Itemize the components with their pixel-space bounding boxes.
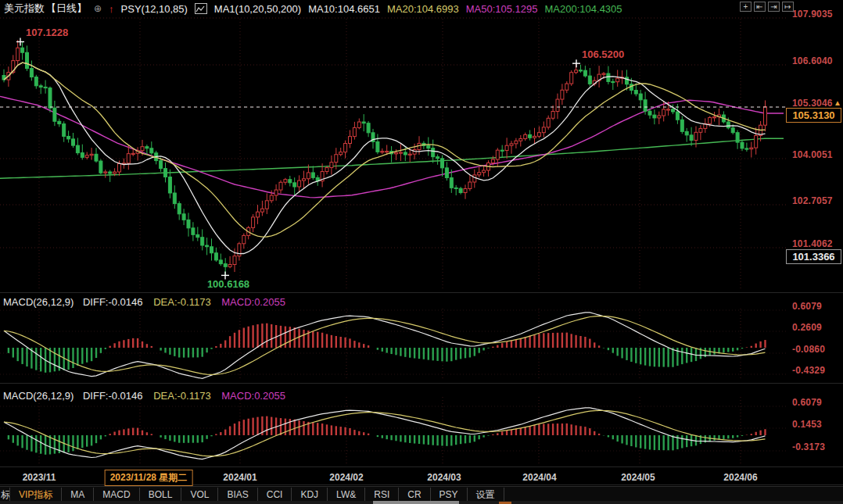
toolbar-item-LW&[interactable]: LW& <box>328 488 365 502</box>
price-axis-label: 105.3046 <box>792 98 833 109</box>
up-trend-arrow-icon: ↑ <box>109 3 114 15</box>
price-axis-label: 106.6040 <box>792 55 833 66</box>
ma50-value: MA50:105.1295 <box>466 3 538 15</box>
toolbar-item-BOLL[interactable]: BOLL <box>140 488 182 502</box>
toolbar-item-VIP指标[interactable]: VIP指标 <box>10 488 62 502</box>
macd-name[interactable]: MACD(26,12,9) <box>3 390 74 402</box>
macd-axis-label: -0.3173 <box>792 441 825 452</box>
price-axis-label: 104.0051 <box>792 149 833 160</box>
scale-left-icon[interactable]: ⇤ <box>754 2 766 12</box>
scrollbar-thumb[interactable] <box>373 501 459 504</box>
price-marker-label: 100.6168 <box>207 278 249 290</box>
macd-value: MACD:0.2055 <box>221 296 285 308</box>
ma-set-label[interactable]: MA1(10,20,50,200) <box>214 3 301 15</box>
chart-canvas[interactable]: 107.1228106.5200100.6168 <box>0 0 843 504</box>
time-axis-label: 2024/05 <box>621 472 655 483</box>
macd-axis-label: 0.6079 <box>792 397 822 408</box>
macd-axis-label: -0.4329 <box>792 365 825 376</box>
circle-plus-icon[interactable]: ⊕ <box>94 3 102 14</box>
ma20-value: MA20:104.6993 <box>387 3 459 15</box>
macd-pane1-header: MACD(26,12,9) DIFF:-0.0146 DEA:-0.1173 M… <box>3 296 285 308</box>
toolbar-item-CCI[interactable]: CCI <box>258 488 292 502</box>
horizontal-scrollbar[interactable] <box>0 501 843 504</box>
toolbar-item-设置[interactable]: 设置 <box>468 488 504 502</box>
price-axis-label: 101.4062 <box>792 238 833 249</box>
current-price-box: 105.3130 <box>786 108 841 123</box>
price-axis-label: 102.7057 <box>792 195 833 206</box>
time-axis-label: 2024/04 <box>522 472 556 483</box>
indicator-label[interactable]: PSY(12,10,85) <box>121 3 188 15</box>
price-marker-label: 107.1228 <box>26 27 68 38</box>
macd-axis-label: 0.6079 <box>792 301 822 312</box>
toolbar-item-KDJ[interactable]: KDJ <box>292 488 328 502</box>
macd-axis-label: 0.1453 <box>792 419 822 430</box>
diff-value: DIFF:-0.0146 <box>83 390 143 402</box>
toolbar-item-MACD[interactable]: MACD <box>94 488 139 502</box>
ma200-value: MA200:104.4305 <box>545 3 622 15</box>
time-axis-label: 2024/03 <box>427 472 461 483</box>
macd-axis-label: -0.0860 <box>792 344 825 355</box>
time-axis-label: 2024/02 <box>329 472 363 483</box>
toolbar-item-RSI[interactable]: RSI <box>365 488 399 502</box>
indicator-toolbar: 标VIP指标MAMACDBOLLVOLBIASCCIKDJLW&RSICRPSY… <box>0 486 843 502</box>
diff-value: DIFF:-0.0146 <box>83 296 143 308</box>
macd-value: MACD:0.2055 <box>221 390 285 402</box>
chart-type-icon[interactable] <box>195 3 207 14</box>
crosshair-date-label: 2023/11/28 星期二 <box>105 470 193 486</box>
pan-right-icon[interactable]: ↦ <box>782 2 794 12</box>
chart-header: 美元指数 【日线】 ⊕ ↑ PSY(12,10,85) MA1(10,20,50… <box>0 0 843 17</box>
macd-pane2-header: MACD(26,12,9) DIFF:-0.0146 DEA:-0.1173 M… <box>3 390 285 402</box>
candlestick-series <box>2 40 767 275</box>
low-price-box: 101.3366 <box>786 249 841 264</box>
time-axis-label: 2024/01 <box>223 472 256 483</box>
toolbar-item-BIAS[interactable]: BIAS <box>218 488 257 502</box>
time-axis-label: 2023/11 <box>23 472 56 483</box>
macd-name[interactable]: MACD(26,12,9) <box>3 296 74 308</box>
ma10-value: MA10:104.6651 <box>308 3 380 15</box>
pan-icon[interactable]: + <box>740 2 752 12</box>
macd-axis-label: 0.2609 <box>792 322 822 333</box>
toolbar-item-MA[interactable]: MA <box>62 488 94 502</box>
time-axis-label: 2024/06 <box>723 472 757 483</box>
period-label: 【日线】 <box>46 2 87 16</box>
chart-window-buttons: +⇤⇥↦ <box>740 2 794 12</box>
dea-value: DEA:-0.1173 <box>153 390 210 402</box>
toolbar-item-VOL[interactable]: VOL <box>181 488 218 502</box>
toolbar-item-PSY[interactable]: PSY <box>431 488 468 502</box>
scale-right-icon[interactable]: ⇥ <box>768 2 780 12</box>
toolbar-item-标[interactable]: 标 <box>0 488 10 502</box>
price-marker-label: 106.5200 <box>582 48 624 60</box>
symbol-title: 美元指数 <box>4 2 45 16</box>
macd-pane-1 <box>4 313 766 379</box>
dea-value: DEA:-0.1173 <box>153 296 210 308</box>
toolbar-item-CR[interactable]: CR <box>399 488 430 502</box>
price-up-arrow-icon: ▲ <box>834 98 841 107</box>
macd-pane-2 <box>4 408 766 459</box>
